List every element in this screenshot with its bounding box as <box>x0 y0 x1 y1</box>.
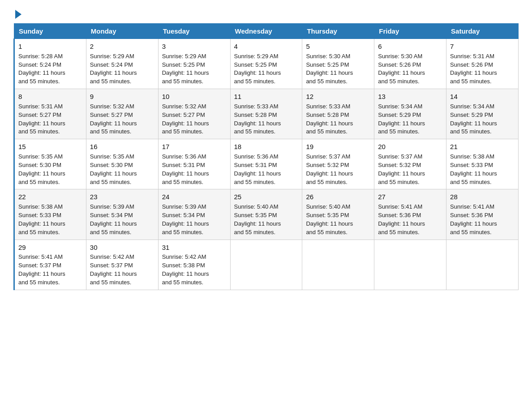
calendar-cell: 29 Sunrise: 5:41 AMSunset: 5:37 PMDaylig… <box>14 240 86 290</box>
calendar-cell: 2 Sunrise: 5:29 AMSunset: 5:24 PMDayligh… <box>86 39 158 89</box>
day-detail: Sunrise: 5:35 AMSunset: 5:30 PMDaylight:… <box>90 153 154 186</box>
day-detail: Sunrise: 5:42 AMSunset: 5:38 PMDaylight:… <box>162 253 227 287</box>
calendar-week-row: 29 Sunrise: 5:41 AMSunset: 5:37 PMDaylig… <box>14 240 519 290</box>
weekday-header-sunday: Sunday <box>14 24 86 39</box>
calendar-cell <box>446 240 519 290</box>
day-number: 7 <box>450 42 515 51</box>
calendar-cell: 20 Sunrise: 5:37 AMSunset: 5:32 PMDaylig… <box>374 139 446 189</box>
day-detail: Sunrise: 5:39 AMSunset: 5:34 PMDaylight:… <box>162 203 227 236</box>
day-detail: Sunrise: 5:39 AMSunset: 5:34 PMDaylight:… <box>90 203 154 236</box>
day-number: 30 <box>90 243 154 253</box>
page-header <box>13 9 519 16</box>
calendar-cell: 31 Sunrise: 5:42 AMSunset: 5:38 PMDaylig… <box>158 240 230 290</box>
calendar-week-row: 15 Sunrise: 5:35 AMSunset: 5:30 PMDaylig… <box>14 139 519 189</box>
day-detail: Sunrise: 5:40 AMSunset: 5:35 PMDaylight:… <box>234 203 299 236</box>
calendar-cell: 19 Sunrise: 5:37 AMSunset: 5:32 PMDaylig… <box>302 139 374 189</box>
weekday-header-row: SundayMondayTuesdayWednesdayThursdayFrid… <box>14 24 519 39</box>
day-detail: Sunrise: 5:42 AMSunset: 5:37 PMDaylight:… <box>90 253 154 287</box>
weekday-header-tuesday: Tuesday <box>158 24 230 39</box>
calendar-table: SundayMondayTuesdayWednesdayThursdayFrid… <box>13 23 519 290</box>
day-number: 8 <box>18 92 82 102</box>
calendar-cell: 23 Sunrise: 5:39 AMSunset: 5:34 PMDaylig… <box>86 189 158 240</box>
day-detail: Sunrise: 5:30 AMSunset: 5:25 PMDaylight:… <box>306 52 370 86</box>
calendar-cell: 3 Sunrise: 5:29 AMSunset: 5:25 PMDayligh… <box>158 39 230 89</box>
weekday-header-thursday: Thursday <box>302 24 374 39</box>
day-number: 26 <box>306 192 370 202</box>
calendar-week-row: 22 Sunrise: 5:38 AMSunset: 5:33 PMDaylig… <box>14 189 519 240</box>
day-number: 10 <box>162 92 227 102</box>
day-number: 27 <box>378 192 442 202</box>
calendar-cell: 8 Sunrise: 5:31 AMSunset: 5:27 PMDayligh… <box>14 89 86 139</box>
day-number: 17 <box>162 142 227 152</box>
day-detail: Sunrise: 5:36 AMSunset: 5:31 PMDaylight:… <box>234 153 299 186</box>
day-detail: Sunrise: 5:33 AMSunset: 5:28 PMDaylight:… <box>306 103 370 136</box>
day-number: 1 <box>18 42 82 51</box>
day-number: 12 <box>306 92 370 102</box>
calendar-cell: 28 Sunrise: 5:41 AMSunset: 5:36 PMDaylig… <box>446 189 519 240</box>
calendar-cell: 15 Sunrise: 5:35 AMSunset: 5:30 PMDaylig… <box>14 139 86 189</box>
calendar-cell: 11 Sunrise: 5:33 AMSunset: 5:28 PMDaylig… <box>230 89 302 139</box>
day-number: 2 <box>90 42 154 51</box>
calendar-cell: 25 Sunrise: 5:40 AMSunset: 5:35 PMDaylig… <box>230 189 302 240</box>
day-detail: Sunrise: 5:40 AMSunset: 5:35 PMDaylight:… <box>306 203 370 236</box>
weekday-header-monday: Monday <box>86 24 158 39</box>
day-detail: Sunrise: 5:41 AMSunset: 5:37 PMDaylight:… <box>18 253 82 287</box>
day-number: 16 <box>90 142 154 152</box>
day-detail: Sunrise: 5:37 AMSunset: 5:32 PMDaylight:… <box>378 153 442 186</box>
calendar-cell: 12 Sunrise: 5:33 AMSunset: 5:28 PMDaylig… <box>302 89 374 139</box>
logo <box>13 9 21 16</box>
calendar-cell: 21 Sunrise: 5:38 AMSunset: 5:33 PMDaylig… <box>446 139 519 189</box>
day-detail: Sunrise: 5:31 AMSunset: 5:26 PMDaylight:… <box>450 52 515 86</box>
day-detail: Sunrise: 5:28 AMSunset: 5:24 PMDaylight:… <box>18 52 82 86</box>
day-detail: Sunrise: 5:30 AMSunset: 5:26 PMDaylight:… <box>378 52 442 86</box>
calendar-cell: 13 Sunrise: 5:34 AMSunset: 5:29 PMDaylig… <box>374 89 446 139</box>
day-number: 18 <box>234 142 299 152</box>
weekday-header-friday: Friday <box>374 24 446 39</box>
day-number: 5 <box>306 42 370 51</box>
calendar-cell: 18 Sunrise: 5:36 AMSunset: 5:31 PMDaylig… <box>230 139 302 189</box>
day-detail: Sunrise: 5:29 AMSunset: 5:24 PMDaylight:… <box>90 52 154 86</box>
day-number: 9 <box>90 92 154 102</box>
day-detail: Sunrise: 5:41 AMSunset: 5:36 PMDaylight:… <box>378 203 442 236</box>
calendar-cell: 4 Sunrise: 5:29 AMSunset: 5:25 PMDayligh… <box>230 39 302 89</box>
calendar-cell: 1 Sunrise: 5:28 AMSunset: 5:24 PMDayligh… <box>14 39 86 89</box>
calendar-cell: 26 Sunrise: 5:40 AMSunset: 5:35 PMDaylig… <box>302 189 374 240</box>
calendar-cell: 6 Sunrise: 5:30 AMSunset: 5:26 PMDayligh… <box>374 39 446 89</box>
day-number: 11 <box>234 92 299 102</box>
day-number: 28 <box>450 192 515 202</box>
calendar-cell: 17 Sunrise: 5:36 AMSunset: 5:31 PMDaylig… <box>158 139 230 189</box>
day-number: 14 <box>450 92 515 102</box>
day-detail: Sunrise: 5:31 AMSunset: 5:27 PMDaylight:… <box>18 103 82 136</box>
day-detail: Sunrise: 5:29 AMSunset: 5:25 PMDaylight:… <box>162 52 227 86</box>
day-detail: Sunrise: 5:29 AMSunset: 5:25 PMDaylight:… <box>234 52 299 86</box>
day-detail: Sunrise: 5:34 AMSunset: 5:29 PMDaylight:… <box>378 103 442 136</box>
calendar-week-row: 8 Sunrise: 5:31 AMSunset: 5:27 PMDayligh… <box>14 89 519 139</box>
calendar-cell: 10 Sunrise: 5:32 AMSunset: 5:27 PMDaylig… <box>158 89 230 139</box>
weekday-header-saturday: Saturday <box>446 24 519 39</box>
day-number: 3 <box>162 42 227 51</box>
day-detail: Sunrise: 5:41 AMSunset: 5:36 PMDaylight:… <box>450 203 515 236</box>
day-detail: Sunrise: 5:38 AMSunset: 5:33 PMDaylight:… <box>18 203 82 236</box>
day-number: 4 <box>234 42 299 51</box>
day-detail: Sunrise: 5:36 AMSunset: 5:31 PMDaylight:… <box>162 153 227 186</box>
calendar-cell <box>374 240 446 290</box>
calendar-cell: 16 Sunrise: 5:35 AMSunset: 5:30 PMDaylig… <box>86 139 158 189</box>
day-detail: Sunrise: 5:33 AMSunset: 5:28 PMDaylight:… <box>234 103 299 136</box>
calendar-cell: 5 Sunrise: 5:30 AMSunset: 5:25 PMDayligh… <box>302 39 374 89</box>
logo-arrow-icon <box>15 10 21 19</box>
day-number: 19 <box>306 142 370 152</box>
weekday-header-wednesday: Wednesday <box>230 24 302 39</box>
day-number: 29 <box>18 243 82 253</box>
day-detail: Sunrise: 5:35 AMSunset: 5:30 PMDaylight:… <box>18 153 82 186</box>
day-detail: Sunrise: 5:32 AMSunset: 5:27 PMDaylight:… <box>162 103 227 136</box>
calendar-cell: 27 Sunrise: 5:41 AMSunset: 5:36 PMDaylig… <box>374 189 446 240</box>
calendar-cell <box>302 240 374 290</box>
day-detail: Sunrise: 5:32 AMSunset: 5:27 PMDaylight:… <box>90 103 154 136</box>
day-number: 6 <box>378 42 442 51</box>
day-number: 25 <box>234 192 299 202</box>
calendar-cell: 22 Sunrise: 5:38 AMSunset: 5:33 PMDaylig… <box>14 189 86 240</box>
calendar-cell <box>230 240 302 290</box>
day-number: 21 <box>450 142 515 152</box>
day-number: 31 <box>162 243 227 253</box>
calendar-cell: 9 Sunrise: 5:32 AMSunset: 5:27 PMDayligh… <box>86 89 158 139</box>
